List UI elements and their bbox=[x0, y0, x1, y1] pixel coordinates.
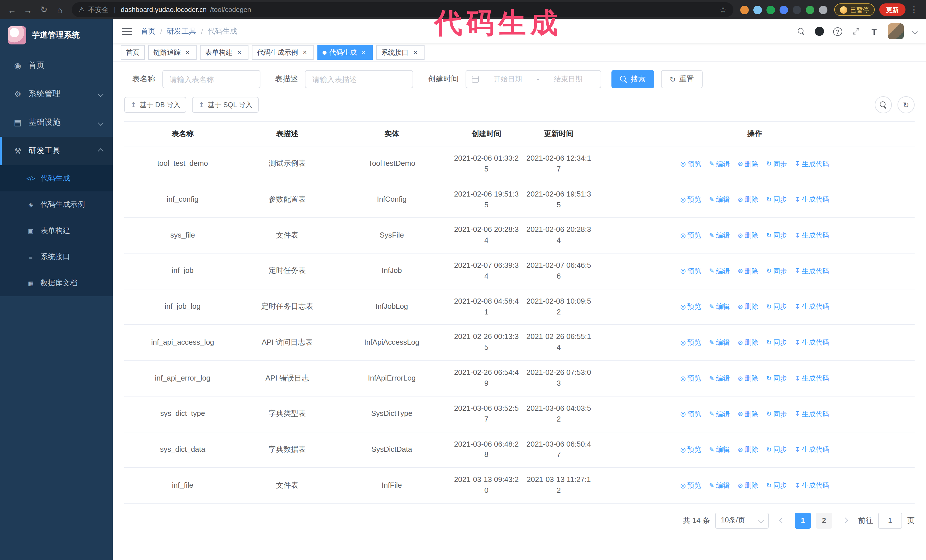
delete-action[interactable]: ⊗删除 bbox=[738, 374, 758, 384]
close-icon[interactable]: × bbox=[183, 48, 191, 56]
generate-action[interactable]: ↧生成代码 bbox=[795, 338, 829, 348]
user-avatar[interactable] bbox=[888, 23, 904, 39]
generate-action[interactable]: ↧生成代码 bbox=[795, 409, 829, 419]
generate-action[interactable]: ↧生成代码 bbox=[795, 159, 829, 169]
date-range-picker[interactable]: 开始日期 - 结束日期 bbox=[466, 70, 601, 88]
tab-item[interactable]: 系统接口× bbox=[376, 45, 425, 60]
extension-icon[interactable] bbox=[819, 5, 828, 14]
breadcrumb-item[interactable]: 研发工具 bbox=[167, 26, 196, 36]
delete-action[interactable]: ⊗删除 bbox=[738, 338, 758, 348]
reset-button[interactable]: ↻ 重置 bbox=[661, 70, 703, 88]
close-icon[interactable]: × bbox=[412, 48, 419, 56]
sidebar-item[interactable]: ▤基础设施 bbox=[0, 108, 113, 137]
generate-action[interactable]: ↧生成代码 bbox=[795, 445, 829, 455]
tab-item[interactable]: 表单构建× bbox=[200, 45, 248, 60]
sync-action[interactable]: ↻同步 bbox=[766, 195, 787, 205]
extension-icon[interactable] bbox=[793, 5, 801, 14]
search-icon[interactable] bbox=[797, 28, 806, 35]
delete-action[interactable]: ⊗删除 bbox=[738, 481, 758, 491]
help-icon[interactable]: ? bbox=[833, 27, 842, 36]
preview-action[interactable]: ◎预览 bbox=[680, 481, 701, 491]
sync-action[interactable]: ↻同步 bbox=[766, 338, 787, 348]
sync-action[interactable]: ↻同步 bbox=[766, 409, 787, 419]
extension-icon[interactable] bbox=[766, 5, 775, 14]
back-icon[interactable]: ← bbox=[5, 2, 20, 17]
preview-action[interactable]: ◎预览 bbox=[680, 302, 701, 312]
close-icon[interactable]: × bbox=[360, 48, 368, 56]
delete-action[interactable]: ⊗删除 bbox=[738, 445, 758, 455]
generate-action[interactable]: ↧生成代码 bbox=[795, 302, 829, 312]
extension-icon[interactable] bbox=[779, 5, 788, 14]
profile-paused-badge[interactable]: 已暂停 bbox=[834, 3, 875, 16]
browser-menu-icon[interactable]: ⋮ bbox=[906, 2, 921, 17]
table-desc-input[interactable] bbox=[305, 70, 413, 88]
chevron-down-icon[interactable] bbox=[912, 29, 918, 34]
preview-action[interactable]: ◎预览 bbox=[680, 409, 701, 419]
extension-icon[interactable] bbox=[754, 5, 762, 14]
tab-active[interactable]: 代码生成× bbox=[318, 45, 373, 60]
preview-action[interactable]: ◎预览 bbox=[680, 374, 701, 384]
sync-action[interactable]: ↻同步 bbox=[766, 481, 787, 491]
bookmark-star-icon[interactable]: ☆ bbox=[719, 5, 726, 14]
address-bar[interactable]: ⚠ 不安全 | dashboard.yudao.iocoder.cn/tool/… bbox=[72, 2, 733, 17]
page-size-select[interactable]: 10条/页 bbox=[715, 513, 769, 529]
edit-action[interactable]: ✎编辑 bbox=[709, 338, 730, 348]
refresh-table-button[interactable]: ↻ bbox=[897, 96, 915, 113]
generate-action[interactable]: ↧生成代码 bbox=[795, 195, 829, 205]
breadcrumb-item[interactable]: 代码生成 bbox=[208, 26, 238, 36]
import-db-button[interactable]: ↥ 基于 DB 导入 bbox=[124, 97, 187, 113]
preview-action[interactable]: ◎预览 bbox=[680, 445, 701, 455]
sync-action[interactable]: ↻同步 bbox=[766, 302, 787, 312]
edit-action[interactable]: ✎编辑 bbox=[709, 267, 730, 276]
close-icon[interactable]: × bbox=[235, 48, 243, 56]
delete-action[interactable]: ⊗删除 bbox=[738, 195, 758, 205]
sync-action[interactable]: ↻同步 bbox=[766, 231, 787, 241]
search-button[interactable]: 搜索 bbox=[611, 70, 654, 88]
delete-action[interactable]: ⊗删除 bbox=[738, 302, 758, 312]
font-size-icon[interactable]: T bbox=[870, 27, 879, 36]
generate-action[interactable]: ↧生成代码 bbox=[795, 231, 829, 241]
sync-action[interactable]: ↻同步 bbox=[766, 267, 787, 276]
edit-action[interactable]: ✎编辑 bbox=[709, 445, 730, 455]
generate-action[interactable]: ↧生成代码 bbox=[795, 481, 829, 491]
sidebar-item[interactable]: ⚒研发工具 bbox=[0, 137, 113, 165]
edit-action[interactable]: ✎编辑 bbox=[709, 409, 730, 419]
tab-item[interactable]: 代码生成示例× bbox=[252, 45, 314, 60]
update-button[interactable]: 更新 bbox=[879, 3, 905, 16]
preview-action[interactable]: ◎预览 bbox=[680, 338, 701, 348]
page-button[interactable]: 2 bbox=[816, 513, 832, 529]
generate-action[interactable]: ↧生成代码 bbox=[795, 267, 829, 276]
close-icon[interactable]: × bbox=[301, 48, 309, 56]
toggle-search-button[interactable] bbox=[875, 96, 892, 113]
forward-icon[interactable]: → bbox=[21, 2, 35, 17]
sidebar-item[interactable]: ◉首页 bbox=[0, 51, 113, 80]
edit-action[interactable]: ✎编辑 bbox=[709, 231, 730, 241]
table-name-input[interactable] bbox=[162, 70, 260, 88]
generate-action[interactable]: ↧生成代码 bbox=[795, 374, 829, 384]
edit-action[interactable]: ✎编辑 bbox=[709, 481, 730, 491]
preview-action[interactable]: ◎预览 bbox=[680, 267, 701, 276]
page-button[interactable]: 1 bbox=[795, 513, 811, 529]
delete-action[interactable]: ⊗删除 bbox=[738, 267, 758, 276]
fullscreen-icon[interactable]: ⤢ bbox=[851, 26, 861, 36]
goto-page-input[interactable] bbox=[878, 513, 902, 529]
delete-action[interactable]: ⊗删除 bbox=[738, 159, 758, 169]
reload-icon[interactable]: ↻ bbox=[36, 2, 51, 17]
edit-action[interactable]: ✎编辑 bbox=[709, 374, 730, 384]
extension-icon[interactable] bbox=[806, 5, 814, 14]
sidebar-subitem[interactable]: </>代码生成 bbox=[0, 165, 113, 192]
prev-page-button[interactable] bbox=[774, 513, 790, 529]
app-logo[interactable]: 芋道管理系统 bbox=[0, 20, 113, 51]
extension-icon[interactable] bbox=[740, 5, 749, 14]
tab-item[interactable]: 首页 bbox=[121, 45, 145, 60]
sidebar-subitem[interactable]: ▦数据库文档 bbox=[0, 270, 113, 296]
sidebar-subitem[interactable]: ◈代码生成示例 bbox=[0, 192, 113, 217]
sidebar-subitem[interactable]: ▣表单构建 bbox=[0, 217, 113, 244]
home-icon[interactable]: ⌂ bbox=[53, 2, 67, 17]
sync-action[interactable]: ↻同步 bbox=[766, 159, 787, 169]
sync-action[interactable]: ↻同步 bbox=[766, 445, 787, 455]
tab-item[interactable]: 链路追踪× bbox=[148, 45, 197, 60]
sidebar-item[interactable]: ⚙系统管理 bbox=[0, 80, 113, 108]
preview-action[interactable]: ◎预览 bbox=[680, 231, 701, 241]
breadcrumb-item[interactable]: 首页 bbox=[141, 26, 156, 36]
